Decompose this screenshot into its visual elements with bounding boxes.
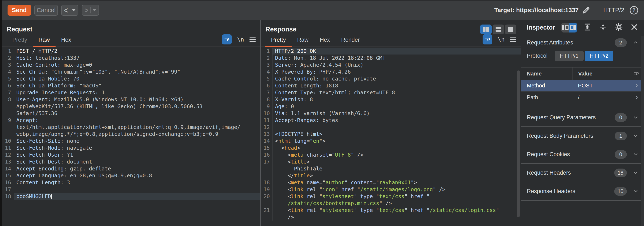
code-line[interactable]: 10Via: 1.1 varnish (Varnish/6.6) [261,110,521,117]
name-column-header[interactable]: Name [521,68,572,80]
history-forward-button[interactable]: > [82,4,99,16]
word-wrap-toggle[interactable] [482,34,492,44]
code-line[interactable]: 11Accept-Ranges: bytes [261,117,521,124]
protocol-option-http1[interactable]: HTTP/1 [555,51,584,61]
code-line[interactable]: 5Cache-Control: no-cache, private [261,75,521,82]
cancel-button[interactable]: Cancel [34,4,58,16]
response-editor[interactable]: 1HTTP/2 200 OK2Date: Mon, 18 Jul 2022 18… [261,47,521,220]
code-line[interactable]: AppleWebKit/537.36 (KHTML, like Gecko) C… [2,103,260,110]
section-request-cookies[interactable]: Request Cookies0 [521,145,644,164]
attribute-row-path[interactable]: Path/ [521,92,644,103]
tab-hex[interactable]: Hex [56,34,77,46]
code-line[interactable]: 17 <title> [261,158,521,165]
code-line[interactable]: 16Content-Length: 3 [2,179,260,186]
code-line[interactable]: webp,image/apng,*/*;q=0.8,application/si… [2,130,260,138]
settings-gear-icon[interactable] [614,23,623,32]
close-inspector-icon[interactable] [630,23,638,32]
code-line[interactable]: text/html,application/xhtml+xml,applicat… [2,124,260,130]
code-line[interactable]: 7Content-Type: text/html; charset=UTF-8 [261,89,521,96]
table-wrap-icon[interactable] [623,70,644,77]
code-line[interactable]: 9Accept: [2,117,260,124]
code-line[interactable]: 15Accept-Language: en-GB,en-US;q=0.9,en;… [2,172,260,179]
edit-target-icon[interactable] [582,6,590,14]
protocol-option-http2[interactable]: HTTP/2 [585,51,614,61]
editor-menu-icon[interactable] [250,37,256,42]
code-line[interactable]: 4X-Powered-By: PHP/7.4.26 [261,68,521,75]
code-line[interactable]: /> [261,214,521,220]
history-back-button[interactable]: < [61,4,78,16]
code-line[interactable]: 2Date: Mon, 18 Jul 2022 18:22:08 GMT [261,54,521,62]
code-line[interactable]: 14Accept-Encoding: gzip, deflate [2,165,260,172]
code-line[interactable]: 7Upgrade-Insecure-Requests: 1 [2,89,260,96]
code-line[interactable]: 21 <link rel="stylesheet" type="text/css… [261,207,521,214]
show-newlines-toggle[interactable]: \n [237,36,244,43]
attribute-row-method[interactable]: MethodPOST [521,80,644,92]
code-line[interactable]: 18pooSMUGGLED [2,193,260,200]
code-line[interactable]: 9Age: 0 [261,103,521,110]
code-line[interactable]: 13<!DOCTYPE html> [261,130,521,138]
code-line[interactable]: Safari/537.36 [2,110,260,117]
chevron-down-icon[interactable] [633,170,638,176]
code-line[interactable]: </title> [261,172,521,179]
tab-raw[interactable]: Raw [292,34,314,46]
code-line[interactable]: 12 [261,124,521,130]
section-request-query-parameters[interactable]: Request Query Parameters0 [521,108,644,127]
chevron-down-icon[interactable] [633,114,638,120]
chevron-down-icon[interactable] [633,133,638,139]
send-button[interactable]: Send [8,4,31,16]
layout-rows-button[interactable] [493,24,504,34]
code-line[interactable]: 4Sec-Ch-Ua: "Chromium";v="103", ".Not/A)… [2,68,260,75]
code-line[interactable]: PhishTale [261,165,521,172]
value-column-header[interactable]: Value [572,68,623,80]
expand-all-icon[interactable] [583,23,592,32]
code-line[interactable]: 6Content-Length: 1818 [261,82,521,89]
help-icon[interactable]: ? [629,6,638,15]
tab-hex[interactable]: Hex [314,34,336,46]
http-version-label[interactable]: HTTP/2 [603,7,624,14]
code-line[interactable]: 10Sec-Fetch-Site: none [2,138,260,144]
code-line[interactable]: 8X-Varnish: 8 [261,96,521,103]
show-newlines-toggle[interactable]: \n [498,36,504,43]
row-chevron-icon[interactable] [623,95,644,100]
layout-single-button[interactable] [505,24,516,34]
tab-render[interactable]: Render [336,34,366,46]
back-dropdown-icon[interactable] [72,9,76,11]
code-line[interactable]: 18 <meta name="author" content="rayhan0x… [261,179,521,186]
forward-dropdown-icon[interactable] [93,9,96,11]
code-line[interactable]: 11Sec-Fetch-Mode: navigate [2,144,260,151]
editor-menu-icon[interactable] [510,37,516,42]
code-line[interactable]: 3Cache-Control: max-age=0 [2,62,260,68]
chevron-down-icon[interactable] [633,188,638,194]
chevron-up-icon[interactable] [633,40,638,46]
code-line[interactable]: 20 <link rel="stylesheet" type="text/css… [261,193,521,200]
code-line[interactable]: 15 <head> [261,144,521,151]
word-wrap-toggle[interactable] [222,34,232,44]
code-line[interactable]: 8User-Agent: Mozilla/5.0 (Windows NT 10.… [2,96,260,103]
tab-pretty[interactable]: Pretty [7,34,33,46]
chevron-down-icon[interactable] [633,151,638,158]
code-line[interactable]: 1HTTP/2 200 OK [261,48,521,54]
tab-raw[interactable]: Raw [33,34,56,46]
code-line[interactable]: 3Server: Apache/2.4.54 (Unix) [261,62,521,68]
collapse-all-icon[interactable] [599,23,607,32]
code-line[interactable]: 2Host: localhost:1337 [2,54,260,62]
code-line[interactable]: 1POST / HTTP/2 [2,48,260,54]
request-editor[interactable]: 1POST / HTTP/22Host: localhost:13373Cach… [2,47,260,200]
inspector-scroll-gutter[interactable] [641,36,644,226]
code-line[interactable]: 17 [2,186,260,193]
code-line[interactable]: 5Sec-Ch-Ua-Mobile: ?0 [2,75,260,82]
dock-left-button[interactable] [562,23,569,32]
response-scrollbar[interactable] [517,70,520,217]
code-line[interactable]: 14<html lang="en"> [261,138,521,144]
code-line[interactable]: 16 <meta charset="UTF-8" /> [261,151,521,158]
section-response-headers[interactable]: Response Headers10 [521,182,644,201]
layout-columns-button[interactable] [480,24,492,34]
request-attributes-section[interactable]: Request Attributes 2 [521,35,644,50]
section-request-headers[interactable]: Request Headers18 [521,164,644,182]
dock-right-button[interactable] [569,23,577,32]
code-line[interactable]: 19 <link rel="icon" href="/static/images… [261,186,521,193]
row-chevron-icon[interactable] [623,83,644,88]
tab-pretty[interactable]: Pretty [266,34,292,46]
code-line[interactable]: 6Sec-Ch-Ua-Platform: "macOS" [2,82,260,89]
code-line[interactable]: /static/css/bootstrap.min.css" /> [261,200,521,207]
